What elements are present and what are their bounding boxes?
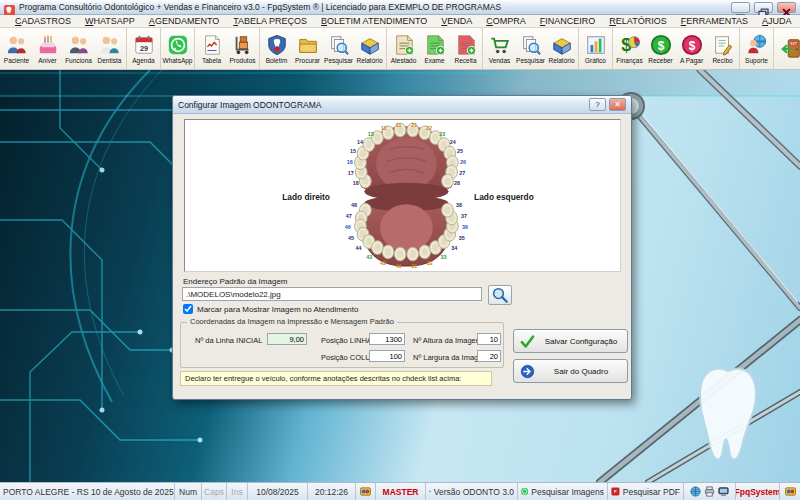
globe-icon <box>690 486 701 497</box>
initial-line-input[interactable] <box>267 333 307 345</box>
toolbar-button-gráfico[interactable]: Gráfico <box>580 28 611 69</box>
menu-item-venda[interactable]: VENDA <box>434 16 479 26</box>
toolbar-button-atestado[interactable]: Atestado <box>388 28 419 69</box>
search-pdf-button[interactable]: P Pesquisar PDF <box>608 483 684 500</box>
svg-text:33: 33 <box>440 254 446 260</box>
toolbar-button-relatório[interactable]: Relatório <box>354 28 385 69</box>
arrow-circle-icon <box>520 364 535 379</box>
toolbar-button-suporte[interactable]: Suporte <box>741 28 772 69</box>
toolbar-button-sair[interactable]: EXIT <box>775 28 800 69</box>
image-height-input[interactable] <box>477 333 501 345</box>
toolbar-button-exame[interactable]: Exame <box>419 28 450 69</box>
label-right-side: Lado direito <box>282 192 330 202</box>
browse-image-button[interactable] <box>488 285 512 305</box>
toolbar-button-pesquisar[interactable]: Pesquisar <box>323 28 354 69</box>
svg-text:$: $ <box>688 38 695 52</box>
svg-text:EXIT: EXIT <box>790 42 797 46</box>
dental-instrument-icon <box>618 70 800 308</box>
menu-item-agendamento[interactable]: AGENDAMENTO <box>142 16 226 26</box>
toolbar-button-whatsapp[interactable]: WhatsApp <box>162 28 193 69</box>
toolbar-button-label: Boletim <box>266 57 288 64</box>
image-width-input[interactable] <box>477 350 501 362</box>
default-message-field[interactable]: Declaro ter entregue o veículo, conforme… <box>180 371 492 386</box>
toolbar-button-boletim[interactable]: Boletim <box>261 28 292 69</box>
position-column-input[interactable] <box>369 350 405 362</box>
menu-item-whatsapp[interactable]: WHATSAPP <box>78 16 142 26</box>
toolbar-button-pesquisar[interactable]: Pesquisar <box>515 28 546 69</box>
svg-text:22: 22 <box>426 125 432 131</box>
note-red-icon <box>455 34 477 56</box>
svg-text:18: 18 <box>353 180 359 186</box>
toolbar-group: PacienteAniverFuncionaDentista <box>0 28 127 69</box>
status-logo <box>780 483 800 500</box>
menu-item-tabela-preços[interactable]: TABELA PREÇOS <box>226 16 314 26</box>
status-quick-icons[interactable] <box>684 483 736 500</box>
close-button[interactable] <box>777 2 796 13</box>
note-green-icon <box>424 34 446 56</box>
exit-dialog-button[interactable]: Sair do Quadro <box>513 359 628 383</box>
toolbar-button-produtos[interactable]: Produtos <box>227 28 258 69</box>
title-bar: Programa Consultório Odontológico + Vend… <box>0 0 800 15</box>
search-docs-icon <box>520 34 542 56</box>
minimize-button[interactable] <box>731 2 750 13</box>
toolbar-button-funciona[interactable]: Funciona <box>63 28 94 69</box>
show-image-checkbox-row[interactable]: Marcar para Mostrar Imagem no Atendiment… <box>183 304 358 314</box>
toolbar-button-receita[interactable]: Receita <box>450 28 481 69</box>
svg-text:36: 36 <box>462 224 468 230</box>
svg-text:41: 41 <box>395 263 401 269</box>
toolbar-button-agenda[interactable]: 29Agenda <box>128 28 159 69</box>
toolbar: PacienteAniverFuncionaDentista29AgendaWh… <box>0 28 800 70</box>
toolbar-button-a-pagar[interactable]: $A Pagar <box>676 28 707 69</box>
show-image-checkbox[interactable] <box>183 304 193 314</box>
toolbar-button-aniver[interactable]: Aniver <box>32 28 63 69</box>
status-time: 20:12:26 <box>308 483 356 500</box>
menu-item-financeiro[interactable]: FINANCEIRO <box>533 16 603 26</box>
toolbar-button-tabela[interactable]: Tabela <box>196 28 227 69</box>
toolbar-group: AtestadoExameReceita <box>387 28 483 69</box>
menu-item-boletim-atendimento[interactable]: BOLETIM ATENDIMENTO <box>314 16 434 26</box>
dialog-help-button[interactable]: ? <box>589 98 606 111</box>
svg-text:37: 37 <box>461 213 467 219</box>
toolbar-button-label: Suporte <box>745 57 768 64</box>
toolbar-button-recibo[interactable]: Recibo <box>707 28 738 69</box>
toolbar-button-paciente[interactable]: Paciente <box>1 28 32 69</box>
menu-item-cadastros[interactable]: CADASTROS <box>8 16 78 26</box>
menu-item-compra[interactable]: COMPRA <box>479 16 533 26</box>
position-line-input[interactable] <box>369 333 405 345</box>
status-insert: Ins <box>227 483 248 500</box>
save-configuration-button[interactable]: Salvar Configuração <box>513 329 628 353</box>
restore-button[interactable] <box>754 2 773 13</box>
svg-text:38: 38 <box>456 202 462 208</box>
svg-text:21: 21 <box>411 122 417 128</box>
toolbar-group: WhatsApp <box>161 28 195 69</box>
printer-icon <box>704 486 715 497</box>
svg-text:35: 35 <box>459 235 465 241</box>
menu-item-ajuda[interactable]: AJUDA <box>755 16 799 26</box>
birthday-cake-icon <box>37 34 59 56</box>
status-num-lock: Num <box>175 483 202 500</box>
cart-icon <box>489 34 511 56</box>
toolbar-button-label: Produtos <box>229 57 255 64</box>
search-images-button[interactable]: Pesquisar Imagens <box>518 483 608 500</box>
toolbar-button-dentista[interactable]: Dentista <box>94 28 125 69</box>
finance-icon: $ <box>619 34 641 56</box>
status-bar: PORTO ALEGRE - RS 10 de Agosto de 2025 -… <box>0 482 800 500</box>
toolbar-button-receber[interactable]: $Receber <box>645 28 676 69</box>
check-icon <box>520 334 535 349</box>
toolbar-button-label: Exame <box>424 57 444 64</box>
menu-item-ferramentas[interactable]: FERRAMENTAS <box>674 16 755 26</box>
toolbar-button-finanças[interactable]: $Finanças <box>614 28 645 69</box>
toolbar-button-label: Tabela <box>202 57 221 64</box>
toolbar-button-label: A Pagar <box>680 57 703 64</box>
toolbar-button-vendas[interactable]: Vendas <box>484 28 515 69</box>
dialog-close-button[interactable]: ✕ <box>609 98 626 111</box>
dialog-title-bar[interactable]: Configurar Imagem ODONTOGRAMA ? ✕ <box>173 96 631 114</box>
menu-item-relatórios[interactable]: RELATÓRIOS <box>602 16 673 26</box>
status-location: PORTO ALEGRE - RS 10 de Agosto de 2025 -… <box>0 483 175 500</box>
image-address-input[interactable] <box>182 287 482 301</box>
toolbar-group: Gráfico <box>579 28 613 69</box>
toolbar-button-relatório[interactable]: Relatório <box>546 28 577 69</box>
svg-text:$: $ <box>657 38 664 52</box>
toolbar-button-procurar[interactable]: Procurar <box>292 28 323 69</box>
tooth-shield-icon <box>266 34 288 56</box>
